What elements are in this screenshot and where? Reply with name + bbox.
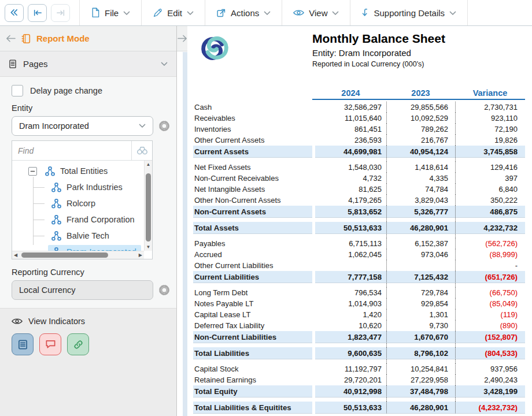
row-label: Retained Earnings (193, 374, 312, 385)
entity-settings-gear-icon[interactable] (158, 120, 171, 132)
value-variance: (804,533) (455, 347, 525, 359)
report-subtitle: Reported in Local Currency (000's) (312, 60, 445, 68)
value-2024: 9,600,635 (315, 347, 386, 359)
delay-page-change-checkbox[interactable] (12, 85, 23, 96)
scroll-left-icon[interactable]: ◀ (14, 252, 17, 258)
pages-section-header[interactable]: Pages (0, 51, 176, 77)
value-variance: (85,049) (455, 298, 525, 309)
menu-label: File (105, 8, 119, 18)
row-label: Total Liabilities (193, 347, 312, 359)
tree-item-park-industries[interactable]: Park Industries (28, 179, 144, 195)
currency-settings-gear-icon[interactable] (158, 284, 171, 296)
value-2024: 32,586,297 (315, 102, 386, 113)
row-label: Accrued (193, 249, 312, 260)
chevron-down-icon (187, 11, 194, 16)
tree-item-frand-corporation[interactable]: Frand Corporation (28, 211, 144, 228)
scroll-right-icon[interactable]: ▶ (139, 252, 142, 258)
link-indicator-button[interactable] (67, 333, 89, 355)
arrow-left-to-bar-button[interactable] (28, 4, 47, 22)
scroll-up-icon[interactable]: ▲ (145, 162, 152, 167)
table-row-total-liabilities: Total Liabilities9,600,6358,796,102(804,… (193, 347, 525, 359)
row-label: Non-Current Assets (193, 206, 312, 218)
column-header-2024: 2024 (315, 87, 386, 100)
company-logo (198, 33, 231, 66)
tree-item-label: Park Industries (66, 183, 123, 192)
collapse-node-icon[interactable] (28, 167, 37, 176)
binoculars-search-icon[interactable] (131, 141, 152, 160)
spacer (315, 359, 386, 363)
value-2023: 5,326,777 (386, 206, 455, 218)
view-indicators-label: View Indicators (28, 317, 85, 326)
vertical-scrollbar-thumb[interactable] (146, 173, 151, 242)
file-icon (91, 8, 100, 18)
row-label: Current Liabilities (193, 271, 312, 283)
menu-label: View (309, 8, 327, 18)
menu-file[interactable]: File (79, 0, 141, 25)
spacer (386, 158, 455, 162)
value-variance: 3,428,199 (455, 385, 525, 398)
value-2024: 861,451 (315, 124, 386, 135)
expand-panel-arrow-right-icon[interactable] (177, 26, 187, 51)
tree-item-label: Balvie Tech (66, 231, 109, 240)
value-2024: 44,699,981 (315, 146, 386, 158)
row-label: Non-Current Receivables (193, 173, 312, 184)
spacer (455, 359, 525, 363)
tree-item-balvie-tech[interactable]: Balvie Tech (28, 228, 144, 244)
horizontal-scrollbar[interactable]: ◀ ▶ (12, 251, 144, 259)
table-row-capital-stock: Capital Stock11,192,79710,254,841937,956 (193, 363, 525, 374)
report-entity-line: Entity: Dram Incorporated (312, 48, 445, 58)
tree-item-total-entities[interactable]: Total Entities (28, 163, 144, 179)
spacer (315, 343, 386, 347)
tree-item-rolcorp[interactable]: Rolcorp (28, 195, 144, 211)
row-label: Non-Current Liabilities (193, 331, 312, 343)
value-2023: 1,418,614 (386, 162, 455, 173)
value-2023: 1,301 (386, 309, 455, 320)
row-label: Long Term Debt (193, 287, 312, 298)
tree-item-label: Rolcorp (66, 199, 95, 208)
value-variance: 486,875 (455, 206, 525, 218)
report-title: Monthly Balance Sheet (312, 32, 445, 46)
find-input[interactable] (12, 141, 131, 160)
reporting-currency-field[interactable] (12, 280, 153, 300)
spacer (193, 234, 312, 238)
value-2023: 8,796,102 (386, 347, 455, 359)
value-2024: 1,062,045 (315, 249, 386, 260)
report-indicator-button[interactable] (12, 333, 34, 355)
entity-label: Entity (12, 103, 168, 113)
report-header: Monthly Balance Sheet Entity: Dram Incor… (193, 32, 532, 80)
balance-table-body: Cash32,586,29729,855,5662,730,731Receiva… (193, 102, 525, 414)
menu-actions[interactable]: Actions (205, 0, 282, 25)
chevron-down-icon[interactable] (161, 62, 168, 66)
comment-indicator-button[interactable] (39, 333, 61, 355)
menu-edit[interactable]: Edit (141, 0, 205, 25)
value-variance: (890) (455, 320, 525, 331)
menu-view[interactable]: View (282, 0, 350, 25)
value-2023: 10,092,529 (386, 113, 455, 124)
value-variance: (66,750) (455, 287, 525, 298)
horizontal-scrollbar-thumb[interactable] (21, 252, 108, 258)
menu-supporting-details[interactable]: Supporting Details (350, 0, 468, 25)
spacer (455, 158, 525, 162)
value-2024: 236,593 (315, 135, 386, 146)
double-chevron-left-button[interactable] (5, 4, 24, 22)
arrow-right-to-bar-button[interactable] (51, 4, 70, 22)
entity-icon (45, 166, 56, 177)
table-section-gap (193, 359, 525, 363)
value-variance: 129,416 (455, 162, 525, 173)
entity-dropdown[interactable]: Dram Incorporated (12, 116, 153, 136)
row-label: Notes Payable LT (193, 298, 312, 309)
spacer (455, 283, 525, 287)
vertical-scrollbar[interactable]: ▲ ▼ (144, 161, 152, 251)
report-panel: Monthly Balance Sheet Entity: Dram Incor… (187, 26, 532, 416)
table-row-current-assets: Current Assets44,699,98140,954,1243,745,… (193, 146, 525, 158)
edit-icon (153, 8, 162, 18)
value-2024: 4,179,265 (315, 195, 386, 206)
scroll-down-icon[interactable]: ▼ (145, 244, 152, 250)
collapse-panel-arrow-left-icon[interactable] (6, 35, 16, 42)
table-section-gap (193, 343, 525, 347)
row-label: Total Assets (193, 222, 312, 234)
value-2023: 74,784 (386, 184, 455, 195)
value-2024: 4,732 (315, 173, 386, 184)
report-mode-notebook-icon (21, 34, 31, 44)
delay-page-change-label: Delay page change (30, 86, 102, 95)
